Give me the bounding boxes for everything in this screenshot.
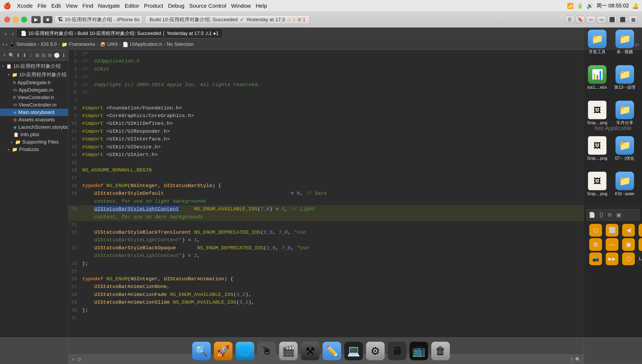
tab-uiapplication[interactable]: 📄 10-应用程序对象介绍 › Build 10-应用程序对象介绍: Succe…: [16, 28, 223, 38]
tree-group-main[interactable]: ▾ 📁 10-应用程序对象介绍: [0, 70, 68, 79]
tab-next-btn[interactable]: ›: [9, 30, 16, 37]
code-line-19b: content, for use on light backgrounds: [68, 198, 584, 205]
bc-selection[interactable]: No Selection: [167, 42, 194, 47]
menu-help[interactable]: Help: [256, 3, 267, 9]
tree-appdelegate-h[interactable]: h AppDelegate.h: [0, 79, 68, 86]
forward-btn[interactable]: ⇨: [597, 16, 606, 23]
tree-main-storyboard[interactable]: ◈ Main.storyboard: [0, 109, 68, 116]
tree-supporting-files[interactable]: ▸ 📁 Supporting Files: [0, 138, 68, 146]
bc-file-icon: 📄: [122, 42, 128, 47]
tree-appdelegate-m[interactable]: m AppDelegate.m: [0, 86, 68, 94]
tree-label-plist: Info.plist: [20, 132, 39, 137]
error-badge[interactable]: ⊘ 1: [297, 17, 305, 23]
code-line-2: 2 // UIApplication.h: [68, 57, 584, 65]
code-view[interactable]: 1 // 2 // UIApplication.h 3 // UIKit: [68, 50, 584, 354]
menu-source-control[interactable]: Source Control: [189, 3, 226, 9]
tree-label-vc-m: ViewController.m: [19, 102, 56, 108]
tab-prev-btn[interactable]: ‹: [2, 30, 9, 37]
bc-file[interactable]: UIApplication.h: [130, 42, 162, 47]
desktop-icon-snip2[interactable]: 🖼 Snip....png: [586, 136, 609, 171]
navigator-forward[interactable]: ⬆: [22, 52, 27, 59]
desktop-icon-xlsx[interactable]: 📊 ios1....xlsx: [586, 65, 609, 100]
dock-launchpad[interactable]: 🚀: [214, 342, 232, 360]
desktop-icon-chadan[interactable]: 📁 车丹分享: [613, 101, 636, 135]
navigator-view1[interactable]: ⊞: [35, 52, 40, 59]
dock-xcode[interactable]: ⚒: [301, 342, 319, 360]
h-file-icon2: h: [13, 95, 16, 100]
back-btn[interactable]: ⇦: [586, 16, 595, 23]
dock-mouse[interactable]: 🖱: [257, 342, 276, 360]
maximize-button[interactable]: [21, 17, 27, 23]
navigator-filter[interactable]: 🔍: [8, 52, 14, 59]
dock-pencil[interactable]: ✏️: [323, 342, 341, 360]
menu-xcode[interactable]: Xcode: [17, 3, 33, 9]
menu-edit[interactable]: Edit: [51, 3, 61, 9]
navigator-view2[interactable]: ⊟: [41, 52, 46, 59]
split-h-btn[interactable]: ⬛: [608, 16, 617, 23]
menu-view[interactable]: View: [66, 3, 78, 9]
dock-finder[interactable]: 🔍: [192, 342, 211, 360]
run-button[interactable]: ▶: [31, 16, 41, 23]
navigator-settings[interactable]: ⚙: [47, 52, 52, 59]
menu-editor[interactable]: Editor: [125, 3, 139, 9]
tree-viewcontroller-m[interactable]: m ViewController.m: [0, 101, 68, 109]
code-line-24: 24 };: [68, 260, 584, 268]
code-line-20a: 20 UIStatusBarStyleLightContent NS_ENUM_…: [68, 205, 584, 213]
menu-product[interactable]: Product: [144, 3, 163, 9]
desktop-icon-video[interactable]: 📁 未···视频: [613, 30, 636, 64]
navigator-history[interactable]: 🕐: [54, 52, 60, 59]
bc-frameworks[interactable]: Frameworks: [69, 42, 95, 47]
close-button[interactable]: [4, 17, 10, 23]
menu-file[interactable]: File: [38, 3, 47, 9]
stop-button[interactable]: ■: [43, 16, 52, 23]
bc-uikit[interactable]: UIKit: [107, 42, 118, 47]
dock-screen[interactable]: 📺: [410, 342, 428, 360]
warning-badge[interactable]: ⚠ 1: [287, 17, 295, 23]
project-icon: 📋: [6, 64, 12, 69]
minimize-button[interactable]: [13, 17, 19, 23]
bc-next[interactable]: ›: [6, 42, 7, 47]
split-v-btn[interactable]: ⬛: [618, 16, 627, 23]
desktop-icon-snip3[interactable]: 🖼 Snip....png: [586, 172, 609, 206]
tree-products[interactable]: ▸ 📁 Products: [0, 146, 68, 153]
dock-quicktime[interactable]: 🎬: [279, 342, 298, 360]
dock-system-prefs[interactable]: ⚙: [366, 342, 385, 360]
menubar-notification-icon[interactable]: 🔔: [632, 3, 639, 9]
navigator-expand[interactable]: ↕: [29, 52, 33, 59]
tree-launch-storyboard[interactable]: ◈ LaunchScreen.storyboard: [0, 123, 68, 131]
tree-label-support: Supporting Files: [22, 139, 59, 145]
dock-display[interactable]: 🖥: [388, 342, 406, 360]
bc-prev[interactable]: ‹: [3, 42, 4, 47]
navigator-info[interactable]: ℹ: [61, 52, 66, 59]
desktop-icon-snip1[interactable]: 🖼 Snip....png: [586, 101, 609, 135]
tree-info-plist[interactable]: 📋 Info.plist: [0, 131, 68, 138]
desktop-icon-07[interactable]: 📁 07··· (优化: [613, 136, 636, 171]
dock-terminal[interactable]: 💻: [344, 342, 363, 360]
dock-safari[interactable]: 🌐: [236, 342, 254, 360]
navigator-add[interactable]: +: [2, 52, 7, 59]
inspectors-toggle[interactable]: ▦: [629, 16, 638, 23]
apple-menu[interactable]: 🍎: [3, 2, 11, 10]
bc-simulator[interactable]: Simulator - iOS 9.0: [16, 42, 57, 47]
navigator-back[interactable]: ⬆: [16, 52, 21, 59]
menu-window[interactable]: Window: [231, 3, 251, 9]
scheme-breadcrumb[interactable]: 🏗 10-应用程序对象介绍 › iPhone 6s: [55, 15, 143, 24]
menu-find[interactable]: Find: [82, 3, 93, 9]
group-icon: 📁: [12, 72, 17, 78]
dock-trash[interactable]: 🗑: [431, 342, 450, 360]
tree-label-appdelegate-m: AppDelegate.m: [19, 87, 53, 93]
tree-root-project[interactable]: ▾ 📋 10-应用程序对象介绍: [0, 62, 68, 70]
tree-assets[interactable]: ⊛ Assets.xcassets: [0, 116, 68, 123]
navigator-toggle[interactable]: ☰: [565, 16, 574, 23]
desktop-icon-ksl[interactable]: 📁 KSl···aster: [613, 172, 636, 206]
desktop-icon-13[interactable]: 📁 第13···业理: [613, 65, 636, 100]
bc-folder-icon: 📁: [61, 42, 67, 47]
menubar-volume-icon: 🔊: [587, 3, 593, 9]
menu-navigate[interactable]: Navigate: [98, 3, 120, 9]
desktop-icon-devtools[interactable]: 📁 开发工具: [586, 30, 609, 64]
code-line-3: 3 // UIKit: [68, 65, 584, 73]
code-line-14: 14 #import <UIKit/UIAlert.h>: [68, 151, 584, 159]
menu-debug[interactable]: Debug: [168, 3, 184, 9]
bookmark-btn[interactable]: 🔖: [576, 16, 585, 23]
tree-viewcontroller-h[interactable]: h ViewController.h: [0, 94, 68, 101]
